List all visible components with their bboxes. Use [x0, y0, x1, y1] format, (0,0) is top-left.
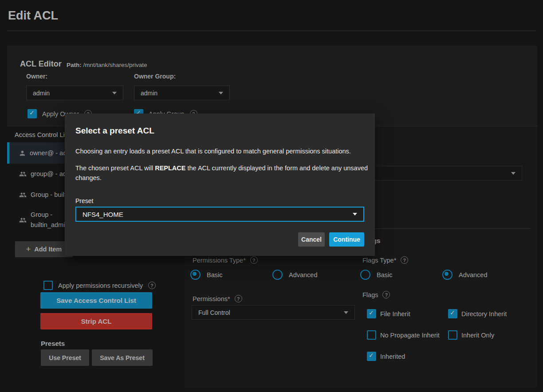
preset-dialog: Select a preset ACL Choosing an entry lo… [65, 114, 375, 256]
dialog-body-2-text: The chosen preset ACL will [75, 165, 155, 172]
dialog-title: Select a preset ACL [75, 126, 154, 136]
preset-select-value: NFS4_HOME [83, 211, 123, 218]
edit-acl-page: Edit ACL ACL Editor Path: /mnt/tank/shar… [0, 0, 543, 392]
dialog-body-1: Choosing an entry loads a preset ACL tha… [75, 146, 368, 156]
dialog-body-2: The chosen preset ACL will REPLACE the A… [75, 163, 368, 183]
continue-button[interactable]: Continue [329, 232, 364, 247]
chevron-down-icon [353, 213, 357, 216]
dialog-body-2-bold: REPLACE [155, 165, 185, 172]
preset-field-label: Preset [75, 197, 93, 204]
preset-select[interactable]: NFS4_HOME [75, 207, 364, 222]
cancel-button[interactable]: Cancel [298, 232, 325, 247]
